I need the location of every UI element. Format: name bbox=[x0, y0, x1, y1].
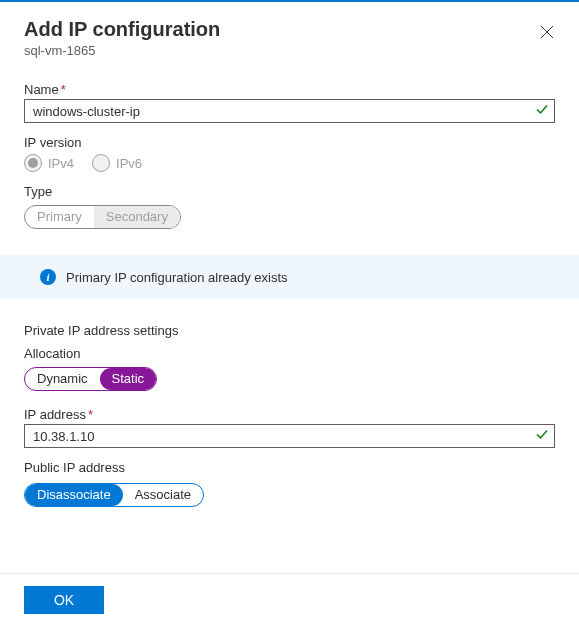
close-button[interactable] bbox=[535, 20, 559, 44]
ipv4-radio: IPv4 bbox=[24, 154, 74, 172]
panel-title: Add IP configuration bbox=[24, 18, 555, 41]
type-label: Type bbox=[24, 184, 555, 199]
panel-subtitle: sql-vm-1865 bbox=[24, 43, 555, 58]
associate-option[interactable]: Associate bbox=[123, 484, 203, 506]
ipaddress-input[interactable] bbox=[24, 424, 555, 448]
public-ip-toggle[interactable]: Disassociate Associate bbox=[24, 483, 204, 507]
ipv6-radio: IPv6 bbox=[92, 154, 142, 172]
public-ip-heading: Public IP address bbox=[24, 460, 555, 475]
private-ip-heading: Private IP address settings bbox=[24, 323, 555, 338]
ipaddress-label: IP address* bbox=[24, 407, 555, 422]
type-primary-option: Primary bbox=[25, 206, 94, 228]
allocation-toggle[interactable]: Dynamic Static bbox=[24, 367, 157, 391]
info-banner: i Primary IP configuration already exist… bbox=[0, 255, 579, 299]
name-label: Name* bbox=[24, 82, 555, 97]
type-toggle: Primary Secondary bbox=[24, 205, 181, 229]
info-icon: i bbox=[40, 269, 56, 285]
info-text: Primary IP configuration already exists bbox=[66, 270, 288, 285]
allocation-label: Allocation bbox=[24, 346, 555, 361]
type-secondary-option: Secondary bbox=[94, 206, 180, 228]
ok-button[interactable]: OK bbox=[24, 586, 104, 614]
disassociate-option[interactable]: Disassociate bbox=[25, 484, 123, 506]
allocation-static-option[interactable]: Static bbox=[100, 368, 157, 390]
allocation-dynamic-option[interactable]: Dynamic bbox=[25, 368, 100, 390]
ipversion-label: IP version bbox=[24, 135, 555, 150]
name-input[interactable] bbox=[24, 99, 555, 123]
close-icon bbox=[540, 25, 554, 39]
